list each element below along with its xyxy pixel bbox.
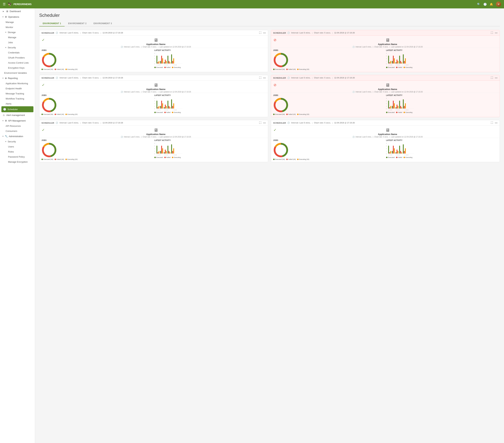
expand-icon[interactable]: ⛶ [259,76,261,79]
sidebar-item-scheduler[interactable]: 🕐 Scheduler [1,106,34,112]
sidebar-item-storage-manage[interactable]: Manage [0,35,35,40]
svg-rect-123 [172,151,173,154]
card-header-left: SCHEDULER 🕐 Interval: Last 5 mins. | Cha… [41,32,123,34]
more-icon[interactable]: ••• [495,32,498,34]
more-icon[interactable]: ••• [263,76,266,79]
sidebar-item-api-resources[interactable]: API Resources [0,123,35,129]
sidebar-item-admin-roles[interactable]: Roles [0,149,35,154]
sidebar-item-endpoint-health[interactable]: Endpoint Health [0,86,35,91]
jobs-label: JOBS [41,139,47,141]
expand-icon[interactable]: ⛶ [259,32,261,34]
svg-rect-38 [396,62,396,64]
app-clock-icon: 🕐 [352,136,355,138]
sidebar-item-admin-password-policy[interactable]: Password Policy [0,154,35,159]
legend-executing: Executing (20) [65,113,77,115]
sidebar-item-storage[interactable]: ▼ Storage [0,30,35,35]
sidebar-item-operations-manage[interactable]: Manage [0,20,35,25]
expand-icon[interactable]: ⛶ [491,76,493,79]
message-tracking-label: Message Tracking [6,92,24,95]
sidebar-item-acl[interactable]: Access Control Lists [0,60,35,65]
sidebar: ▶ ⊞ Dashboard ▼ ⚙ Operations Manage Moni… [0,8,35,443]
more-icon[interactable]: ••• [495,122,498,124]
sidebar-item-message-tracking[interactable]: Message Tracking [0,91,35,96]
donut-legend: Executed (56) Failed (45) Executing (20) [41,113,77,115]
history-icon[interactable]: 🕐 [483,3,487,6]
sidebar-item-alerts[interactable]: Alerts [0,101,35,106]
page-title: Scheduler [39,13,500,18]
svg-text:2: 2 [154,103,155,104]
app-icon: 🖥 [46,82,266,88]
avatar[interactable]: U [496,1,501,7]
tab-environment-2[interactable]: ENVIRONMENT 2 [65,21,90,26]
admin-icon: 🔧 [5,135,8,138]
card-header-right: ⛶ ••• [259,76,266,79]
bar-legend-executing: Executing [172,157,181,158]
scheduler-title: SCHEDULER [273,122,286,124]
svg-rect-43 [401,62,402,64]
expand-icon[interactable]: ⛶ [491,32,493,34]
failed-label: Failed (45) [288,113,296,115]
sidebar-item-api-management[interactable]: ▼ ⚙ API Management [0,118,35,123]
bar-chart-legend: Executed Failed Executing [386,67,498,68]
expand-icon[interactable]: ⛶ [491,122,493,124]
app-updated: Last updated on 12-04-2018 @ 17:10:26 [391,136,423,138]
expand-icon[interactable]: ⛶ [259,122,261,124]
donut-chart [273,142,288,158]
sidebar-item-reporting[interactable]: ▼ ⊕ Reporting [0,75,35,81]
app-interval: Interval: Last 5 mins. [356,136,372,138]
card-body: ⊘ 🖥 Application Name 🕐 Interval: Last 5 … [271,36,500,72]
bar-legend-executed: Executed [154,67,163,68]
dashboard-grid-icon: ⊞ [6,10,8,13]
sidebar-item-storage-jobs[interactable]: Jobs [0,40,35,45]
separator: | [80,77,81,79]
sidebar-item-credentials[interactable]: Credentials [0,50,35,55]
svg-rect-84 [388,101,389,109]
svg-text:4: 4 [154,143,155,144]
sidebar-item-operations-monitor[interactable]: Monitor [0,25,35,30]
sidebar-item-oauth[interactable]: OAuth Providers [0,55,35,60]
sidebar-item-alert-management[interactable]: ⚠ Alert management [0,112,35,118]
svg-text:17:35:45: 17:35:45 [164,154,168,155]
svg-rect-36 [393,56,394,64]
donut-legend: Executed (56) Failed (45) Executing (20) [273,113,309,115]
bell-icon[interactable]: 🔔 [490,3,493,6]
svg-text:2: 2 [154,148,155,149]
sidebar-item-encryption-keys[interactable]: Encryption Keys [0,65,35,70]
svg-text:1: 1 [386,61,387,62]
legend-failed: Failed (45) [54,158,64,160]
bar-chart-legend: Executed Failed Executing [154,157,266,158]
bar-executing-label: Executing [405,111,413,113]
hamburger-icon[interactable]: ☰ [3,2,6,6]
tab-environment-3[interactable]: ENVIRONMENT 3 [90,21,115,26]
latest-activity-label: LATEST ACTIVITY [386,139,498,141]
more-icon[interactable]: ••• [263,32,266,34]
sidebar-item-admin-manage-encryption[interactable]: Manage Encryption [0,159,35,165]
svg-rect-112 [159,151,160,154]
card-status: ⊘ [273,38,276,42]
bar-chart-legend: Executed Failed Executing [386,157,498,158]
sidebar-item-workflow-tracking[interactable]: Workflow Tracking [0,96,35,101]
sidebar-item-admin-security[interactable]: ▼ Security [0,139,35,144]
bar-executed-label: Executed [388,67,395,68]
reporting-icon: ⊕ [5,77,7,79]
more-icon[interactable]: ••• [495,76,498,79]
sidebar-item-dashboard[interactable]: ▶ ⊞ Dashboard [0,8,35,14]
latest-activity-label: LATEST ACTIVITY [154,49,266,51]
svg-rect-13 [165,60,166,64]
admin-security-label: Security [8,140,16,143]
sidebar-item-app-monitoring[interactable]: Application Monitoring [0,81,35,86]
card-charts: JOBS Executed (56) Failed (45) [39,138,268,162]
sidebar-item-admin-users[interactable]: Users [0,144,35,149]
card-charts: JOBS Executed (56) Failed (45) [271,48,500,72]
sidebar-item-consumers[interactable]: Consumers [0,129,35,134]
sidebar-item-operations[interactable]: ▼ ⚙ Operations [0,14,35,20]
tab-environment-1[interactable]: ENVIRONMENT 1 [39,21,65,26]
sidebar-item-security[interactable]: ▼ Security [0,45,35,50]
sidebar-item-administration[interactable]: ▼ 🔧 Administration [0,134,35,139]
bar-executed-label: Executed [156,67,163,68]
donut-legend: Executed (56) Failed (45) Executing (20) [273,69,309,70]
search-icon[interactable]: 🔍 [477,3,481,6]
bar-executed-label: Executed [156,111,163,113]
sidebar-item-env-variables[interactable]: Environment Variables [0,70,35,75]
more-icon[interactable]: ••• [263,122,266,124]
